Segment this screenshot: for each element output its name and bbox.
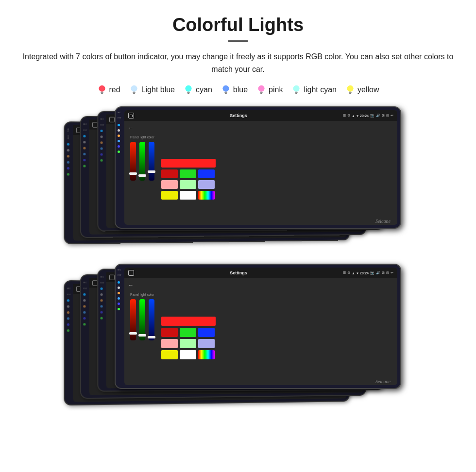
color-labels-row: red Light blue cyan (19, 84, 457, 96)
color-item-light-cyan: light cyan (291, 84, 337, 96)
color-label-light-cyan: light cyan (304, 85, 337, 94)
page-title: Colorful Lights (19, 15, 457, 35)
bottom-device-stack-row: MIC RST ← (19, 264, 457, 414)
color-item-yellow: yellow (345, 84, 379, 96)
svg-rect-18 (260, 92, 263, 93)
svg-point-25 (347, 85, 354, 92)
device-card-main-top: MIC RST (115, 106, 401, 229)
svg-point-13 (222, 85, 229, 92)
color-item-light-blue: Light blue (129, 84, 175, 96)
color-label-light-blue: Light blue (141, 85, 175, 94)
page-description: Integrated with 7 colors of button indic… (19, 51, 457, 75)
bulb-icon-light-cyan (291, 84, 301, 96)
svg-rect-27 (349, 93, 351, 94)
svg-rect-22 (295, 92, 298, 93)
svg-rect-14 (224, 92, 227, 93)
title-divider (228, 40, 248, 42)
svg-point-1 (99, 85, 105, 92)
bulb-icon-blue (221, 84, 231, 96)
svg-rect-10 (187, 92, 190, 93)
color-label-red: red (109, 85, 120, 94)
svg-rect-11 (187, 93, 189, 94)
svg-rect-2 (101, 92, 103, 93)
nav-back-arrow-bottom[interactable]: ← (128, 282, 134, 288)
svg-rect-15 (225, 93, 227, 94)
svg-point-17 (258, 85, 265, 92)
bulb-icon-cyan (184, 84, 193, 96)
svg-point-9 (186, 85, 192, 92)
color-item-blue: blue (221, 84, 248, 96)
device-card-main-bottom: MIC RST Settings (115, 264, 401, 389)
color-label-blue: blue (233, 85, 248, 94)
color-label-cyan: cyan (196, 85, 212, 94)
bulb-icon-pink (256, 84, 266, 96)
bulb-icon-red (97, 84, 107, 96)
bulb-icon-yellow (345, 84, 355, 96)
top-device-stack: MIC RST ← (68, 106, 408, 252)
svg-point-5 (131, 85, 137, 92)
nav-back-arrow[interactable]: ← (128, 125, 134, 131)
page-container: Colorful Lights Integrated with 7 colors… (0, 0, 476, 440)
svg-rect-7 (133, 93, 135, 94)
bulb-icon-light-blue (129, 84, 139, 96)
svg-rect-6 (133, 92, 136, 93)
screen-settings-title: Settings (230, 113, 247, 118)
brand-bottom: Seicane (375, 379, 391, 384)
color-label-yellow: yellow (357, 85, 379, 94)
color-item-red: red (97, 84, 120, 96)
top-device-stack-row: MIC RST ← (19, 106, 457, 252)
panel-light-color-label: Panel light color (130, 135, 154, 139)
color-label-pink: pink (269, 85, 283, 94)
svg-rect-23 (296, 93, 298, 94)
svg-rect-26 (349, 92, 352, 93)
brand-top: Seicane (375, 219, 391, 224)
color-item-cyan: cyan (184, 84, 212, 96)
color-item-pink: pink (256, 84, 283, 96)
svg-rect-19 (260, 93, 262, 94)
svg-point-21 (293, 85, 300, 92)
bottom-device-stack: MIC RST ← (68, 264, 408, 414)
svg-rect-3 (101, 93, 103, 94)
